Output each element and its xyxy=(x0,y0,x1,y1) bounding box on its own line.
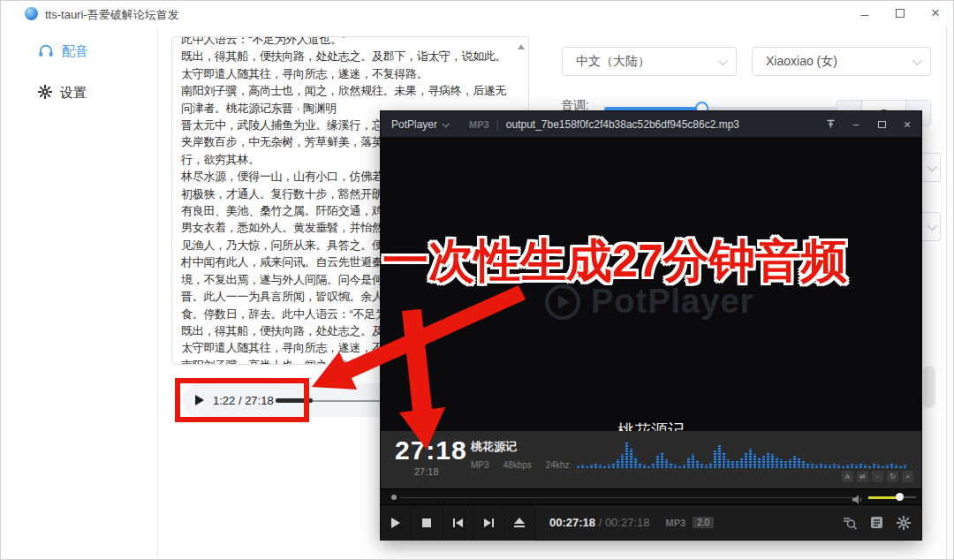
scroll-up-icon[interactable] xyxy=(518,44,525,49)
info-panel: 27:18 27:18 桃花源记 MP3 48kbps 24khz A ⇄ ▫ … xyxy=(381,431,921,488)
voice-select-value: Xiaoxiao (女) xyxy=(766,54,837,70)
time-current: 00:27:18 xyxy=(549,516,595,529)
next-icon xyxy=(484,518,491,527)
settings-gear-icon[interactable] xyxy=(897,516,911,530)
browser-search-icon[interactable] xyxy=(843,516,857,530)
hidden-select-fragment[interactable] xyxy=(921,212,941,241)
sidebar-item-voiceover[interactable]: 配音 xyxy=(38,43,88,60)
duration-sub: 27:18 xyxy=(414,466,439,477)
chevron-down-icon xyxy=(718,55,728,64)
chevron-down-icon xyxy=(912,55,922,64)
stop-button[interactable] xyxy=(412,505,443,541)
format-badge: MP3 xyxy=(469,119,489,130)
meta-samplerate: 24khz xyxy=(546,460,570,470)
close-icon[interactable]: × xyxy=(900,117,914,132)
loop-icon[interactable]: ↻ xyxy=(887,471,898,482)
hidden-select-fragment[interactable] xyxy=(921,153,941,182)
app-title: tts-tauri-吾爱破解论坛首发 xyxy=(45,7,179,23)
default-mode-icon[interactable]: ▫ xyxy=(872,471,883,482)
separator: | xyxy=(496,118,499,131)
screen: tts-tauri-吾爱破解论坛首发 – × 配音 设置 此中人语云：“不足为外… xyxy=(0,0,954,560)
close-button[interactable]: × xyxy=(926,4,945,22)
potplayer-menu-label: PotPlayer xyxy=(391,118,437,131)
language-select-value: 中文（大陆） xyxy=(576,54,650,70)
previous-button[interactable] xyxy=(443,505,473,541)
stop-icon xyxy=(422,518,431,527)
eject-button[interactable] xyxy=(504,505,535,541)
gear-icon xyxy=(38,85,52,102)
control-bar: 00:27:18 / 00:27:18 MP3 2.0 xyxy=(381,504,921,540)
app-titlebar: tts-tauri-吾爱破解论坛首发 – × xyxy=(1,1,953,26)
playlist-icon[interactable] xyxy=(870,516,883,529)
order-icon[interactable]: ⇄ xyxy=(857,471,868,482)
chevron-down-icon xyxy=(442,120,449,127)
next-button[interactable] xyxy=(473,505,504,541)
previous-icon xyxy=(456,518,463,527)
scrollbar-thumb[interactable] xyxy=(923,366,935,408)
voice-select[interactable]: Xiaoxiao (女) xyxy=(752,47,931,76)
sidebar-item-label: 设置 xyxy=(60,85,87,102)
play-icon xyxy=(391,518,400,528)
pin-icon[interactable] xyxy=(823,119,837,129)
minimize-button[interactable]: – xyxy=(855,4,874,22)
filename: output_7be158f0fc2f4b38ac52b6df945c86c2.… xyxy=(506,118,739,131)
volume-slider[interactable] xyxy=(868,496,916,498)
seek-track[interactable] xyxy=(400,497,852,499)
potplayer-menu-button[interactable]: PotPlayer xyxy=(381,111,457,137)
sidebar-item-settings[interactable]: 设置 xyxy=(38,85,87,102)
track-meta: MP3 48kbps 24khz xyxy=(471,460,570,470)
codec-badge: MP3 xyxy=(666,518,686,528)
track-title: 桃花源记 xyxy=(471,439,517,455)
channels-badge: 2.0 xyxy=(693,517,714,528)
sidebar-item-label: 配音 xyxy=(62,43,88,60)
volume-handle[interactable] xyxy=(896,493,904,501)
meta-bitrate: 48kbps xyxy=(504,460,532,470)
minimize-icon: – xyxy=(861,6,868,21)
ab-repeat-icon[interactable]: A xyxy=(842,471,853,482)
language-select[interactable]: 中文（大陆） xyxy=(562,47,737,76)
potplayer-window: PotPlayer MP3 | output_7be158f0fc2f4b38a… xyxy=(381,111,921,540)
eject-icon xyxy=(514,518,525,527)
annotation-highlight-box xyxy=(175,378,309,422)
time-total: 00:27:18 xyxy=(605,516,650,529)
shuffle-icon[interactable]: × xyxy=(902,471,913,482)
maximize-icon xyxy=(896,9,905,18)
duration-display: 27:18 xyxy=(395,435,467,465)
maximize-icon[interactable] xyxy=(874,121,889,128)
meta-format: MP3 xyxy=(471,460,489,470)
annotation-headline: 一次性生成27分钟音频 xyxy=(382,231,847,292)
seek-handle[interactable] xyxy=(391,495,397,500)
chevron-down-icon xyxy=(927,220,936,230)
chevron-down-icon xyxy=(927,161,936,170)
scrollbar-track xyxy=(946,26,947,560)
mini-icons-row: A ⇄ ▫ ↻ × xyxy=(842,471,913,482)
app-logo-icon xyxy=(25,7,38,20)
spectrum-bars xyxy=(577,438,916,468)
time-separator: / xyxy=(595,516,605,529)
close-icon: × xyxy=(931,4,940,22)
time-display: 00:27:18 / 00:27:18 xyxy=(549,516,650,529)
potplayer-titlebar[interactable]: PotPlayer MP3 | output_7be158f0fc2f4b38a… xyxy=(381,111,921,137)
minimize-icon[interactable]: – xyxy=(849,118,863,131)
play-button[interactable] xyxy=(381,505,412,541)
maximize-button[interactable] xyxy=(890,4,910,22)
seek-bar[interactable] xyxy=(381,488,921,504)
headphones-icon xyxy=(38,43,54,60)
sidebar: 配音 设置 xyxy=(1,26,158,560)
